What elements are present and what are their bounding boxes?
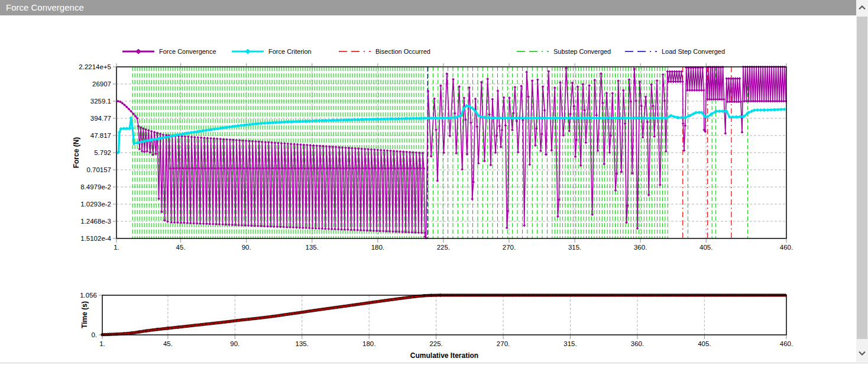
force-criterion-line-swatch	[231, 48, 265, 55]
svg-text:26907: 26907	[92, 80, 111, 88]
svg-text:90.: 90.	[230, 340, 239, 347]
svg-text:135.: 135.	[296, 340, 309, 347]
svg-text:1.0293e-2: 1.0293e-2	[80, 201, 111, 208]
svg-text:315.: 315.	[563, 340, 576, 347]
bottom-divider	[0, 363, 868, 363]
legend-item-force-convergence: Force Convergence	[121, 47, 216, 56]
svg-text:Cumulative Iteration: Cumulative Iteration	[410, 351, 478, 360]
svg-text:460.: 460.	[780, 340, 793, 347]
legend-label: Substep Converged	[553, 48, 611, 55]
svg-text:0.70157: 0.70157	[86, 166, 111, 173]
svg-text:405.: 405.	[699, 244, 712, 251]
svg-text:Force (N): Force (N)	[72, 137, 80, 169]
svg-text:0.: 0.	[91, 331, 97, 338]
scrollbar-up-button[interactable]	[856, 0, 868, 15]
svg-text:360.: 360.	[634, 244, 647, 251]
svg-text:45.: 45.	[163, 340, 173, 347]
svg-text:394.77: 394.77	[90, 115, 111, 122]
svg-text:405.: 405.	[698, 340, 711, 347]
chart-legend: Force Convergence Force Criterion Bisect…	[0, 47, 856, 57]
scrollbar-thumb[interactable]	[857, 17, 867, 339]
svg-text:1.2468e-3: 1.2468e-3	[80, 218, 111, 225]
legend-item-load-step-converged: Load Step Converged	[624, 47, 725, 56]
vertical-scrollbar[interactable]	[856, 0, 868, 362]
svg-text:460.: 460.	[780, 244, 793, 251]
svg-text:1.056: 1.056	[80, 292, 97, 299]
svg-text:Time (s): Time (s)	[80, 301, 89, 328]
svg-text:360.: 360.	[631, 340, 644, 347]
legend-item-bisection-occurred: Bisection Occurred	[338, 47, 430, 56]
chevron-down-icon	[859, 351, 866, 356]
svg-text:270.: 270.	[503, 244, 516, 251]
svg-text:270.: 270.	[497, 340, 510, 347]
svg-text:47.817: 47.817	[90, 132, 111, 139]
svg-text:8.4979e-2: 8.4979e-2	[80, 183, 111, 191]
svg-text:3259.1: 3259.1	[90, 98, 111, 105]
svg-text:315.: 315.	[568, 244, 581, 251]
svg-text:180.: 180.	[371, 244, 384, 251]
force-convergence-line-swatch	[121, 48, 156, 55]
svg-text:90.: 90.	[242, 244, 251, 251]
svg-text:1.5102e-4: 1.5102e-4	[80, 235, 111, 242]
load-step-converged-line-swatch	[624, 48, 658, 55]
svg-text:135.: 135.	[306, 244, 319, 251]
svg-text:225.: 225.	[437, 244, 450, 251]
legend-label: Load Step Converged	[662, 48, 725, 55]
svg-text:180.: 180.	[362, 340, 375, 347]
svg-text:225.: 225.	[429, 340, 442, 347]
chevron-up-icon	[859, 5, 866, 10]
svg-text:2.2214e+5: 2.2214e+5	[79, 63, 111, 70]
svg-text:45.: 45.	[176, 244, 186, 251]
legend-item-force-criterion: Force Criterion	[231, 47, 312, 56]
bisection-occurred-line-swatch	[338, 48, 372, 55]
legend-label: Force Convergence	[159, 48, 216, 55]
svg-text:1.: 1.	[99, 340, 105, 347]
svg-text:5.792: 5.792	[94, 149, 111, 156]
legend-label: Bisection Occurred	[375, 48, 430, 55]
scrollbar-down-button[interactable]	[856, 344, 868, 362]
panel-title: Force Convergence	[6, 2, 84, 12]
svg-text:1.: 1.	[114, 244, 119, 251]
substep-converged-line-swatch	[516, 48, 550, 55]
title-bar: Force Convergence	[0, 0, 856, 15]
legend-item-substep-converged: Substep Converged	[516, 47, 611, 56]
legend-label: Force Criterion	[268, 48, 312, 55]
